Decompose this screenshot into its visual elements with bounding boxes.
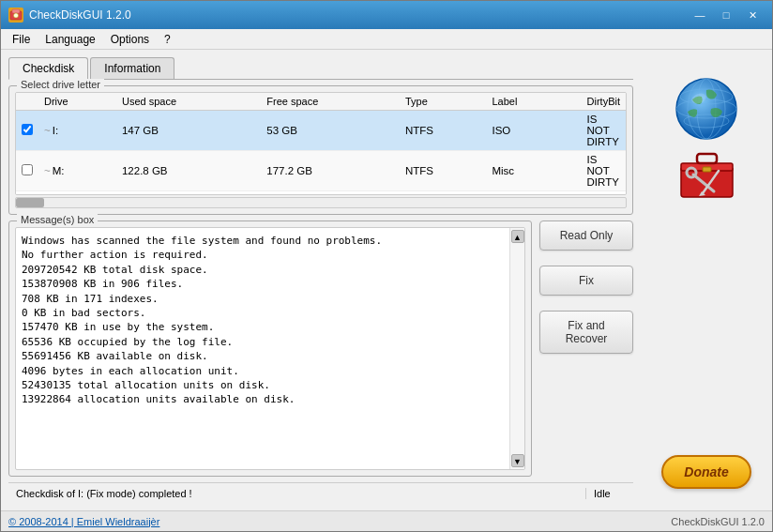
svg-rect-13 (703, 167, 711, 172)
drive-dirty: IS NOT DIRTY (582, 191, 626, 195)
status-main: Checkdisk of I: (Fix mode) completed ! (8, 488, 586, 499)
table-row[interactable]: ~I: 147 GB 53 GB NTFS ISO IS NOT DIRTY (16, 111, 626, 151)
drive-name: ~M: (38, 151, 116, 191)
footer-copyright: © 2008-2014 | Emiel Wieldraaijèr (8, 516, 159, 527)
drive-type: NTFS (400, 191, 487, 195)
col-drive: Drive (38, 93, 116, 111)
buttons-panel: Read Only Fix Fix and Recover (539, 220, 633, 477)
minimize-button[interactable]: — (688, 6, 712, 24)
message-box-section: Message(s) box Windows has scanned the f… (8, 220, 532, 477)
donate-button[interactable]: Donate (661, 455, 750, 489)
main-window: CheckDiskGUI 1.2.0 — □ ✕ File Language O… (0, 0, 773, 532)
col-dirty: DirtyBit (582, 93, 626, 111)
status-right: Idle (586, 488, 633, 499)
message-box-wrapper: Message(s) box Windows has scanned the f… (8, 220, 532, 477)
svg-point-3 (676, 79, 736, 139)
right-panel: Donate (641, 50, 772, 510)
main-panel: Checkdisk Information Select drive lette… (1, 50, 641, 510)
drive-dirty: IS NOT DIRTY (582, 111, 626, 151)
drive-dirty: IS NOT DIRTY (582, 151, 626, 191)
col-free: Free space (261, 93, 400, 111)
drive-table: Drive Used space Free space Type Label D… (16, 93, 626, 194)
title-bar: CheckDiskGUI 1.2.0 — □ ✕ (1, 1, 772, 29)
drive-checkbox[interactable] (16, 111, 38, 151)
drive-free: 142.1 GB (261, 191, 400, 195)
menu-file[interactable]: File (5, 31, 38, 48)
close-button[interactable]: ✕ (740, 6, 765, 24)
toolbox-icon (676, 146, 737, 198)
col-used: Used space (116, 93, 261, 111)
fix-and-recover-button[interactable]: Fix and Recover (539, 311, 633, 354)
message-box-label: Message(s) box (17, 214, 98, 225)
fix-button[interactable]: Fix (539, 266, 633, 296)
drive-used: 147 GB (116, 111, 261, 151)
drive-label: Misc (486, 151, 581, 191)
drive-type: NTFS (400, 151, 487, 191)
col-label: Label (486, 93, 581, 111)
drive-type: NTFS (400, 111, 487, 151)
footer-version: CheckDiskGUI 1.2.0 (671, 516, 765, 527)
drive-used: 270.9 GB (116, 191, 261, 195)
window-controls: — □ ✕ (688, 6, 765, 24)
drive-section-label: Select drive letter (17, 79, 104, 90)
globe-icon (674, 76, 739, 142)
svg-point-2 (14, 13, 19, 18)
status-bar: Checkdisk of I: (Fix mode) completed ! I… (8, 482, 633, 503)
tab-content: Select drive letter Drive Used space Fre… (8, 85, 633, 477)
menu-bar: File Language Options ? (1, 29, 772, 50)
drive-free: 53 GB (261, 111, 400, 151)
message-content: Windows has scanned the file system and … (16, 228, 509, 406)
col-check (16, 93, 38, 111)
drive-label: Store2 (486, 191, 581, 195)
drive-checkbox[interactable] (16, 191, 38, 195)
menu-help[interactable]: ? (157, 31, 178, 48)
drive-name: ~I: (38, 111, 116, 151)
menu-options[interactable]: Options (103, 31, 157, 48)
table-row[interactable]: ~N: 270.9 GB 142.1 GB NTFS Store2 IS NOT… (16, 191, 626, 195)
menu-language[interactable]: Language (38, 31, 102, 48)
col-type: Type (400, 93, 487, 111)
svg-rect-1 (12, 9, 20, 13)
drive-section: Select drive letter Drive Used space Fre… (8, 85, 633, 215)
tab-checkdisk[interactable]: Checkdisk (8, 57, 88, 80)
tab-information[interactable]: Information (90, 57, 174, 79)
lower-section: Message(s) box Windows has scanned the f… (8, 220, 633, 477)
drive-used: 122.8 GB (116, 151, 261, 191)
content-area: Checkdisk Information Select drive lette… (1, 50, 772, 510)
read-only-button[interactable]: Read Only (539, 220, 633, 251)
svg-rect-12 (697, 154, 717, 163)
drive-label: ISO (486, 111, 581, 151)
tab-bar: Checkdisk Information (8, 57, 633, 80)
window-title: CheckDiskGUI 1.2.0 (29, 8, 688, 22)
drive-free: 177.2 GB (261, 151, 400, 191)
table-row[interactable]: ~M: 122.8 GB 177.2 GB NTFS Misc IS NOT D… (16, 151, 626, 191)
maximize-button[interactable]: □ (714, 6, 738, 24)
drive-checkbox[interactable] (16, 151, 38, 191)
footer-bar: © 2008-2014 | Emiel Wieldraaijèr CheckDi… (1, 510, 772, 531)
app-icon (8, 8, 23, 23)
drive-name: ~N: (38, 191, 116, 195)
